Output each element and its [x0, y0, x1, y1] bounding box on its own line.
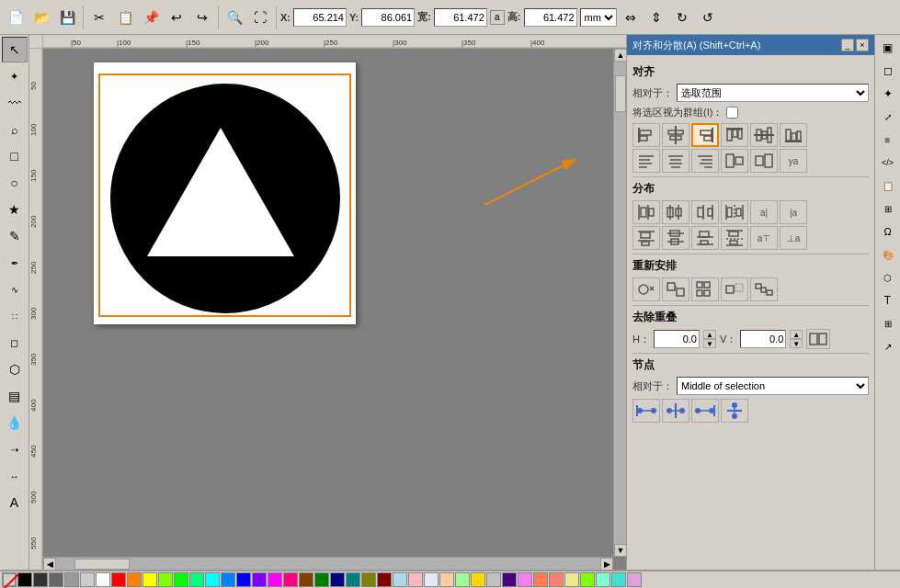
zoom-in-button[interactable]: 🔍 — [222, 6, 246, 29]
color-gold[interactable] — [471, 572, 485, 587]
canvas-inner[interactable] — [43, 49, 613, 557]
color-lavender[interactable] — [424, 572, 439, 587]
paste-button[interactable]: 📌 — [139, 6, 163, 29]
relative-to-select[interactable]: 选取范围 页面 绘图区域 最大对象 最小对象 — [677, 84, 869, 102]
scroll-left-button[interactable]: ◀ — [43, 558, 56, 570]
color-dark-green[interactable] — [314, 572, 329, 587]
align-top-edge-button[interactable] — [721, 123, 748, 147]
color-silver[interactable] — [486, 572, 501, 587]
color-teal[interactable] — [346, 572, 360, 587]
color-turquoise[interactable] — [611, 572, 626, 587]
exchange-z-button[interactable] — [721, 277, 748, 301]
color-red[interactable] — [111, 572, 126, 587]
color-picker-button[interactable]: 🎨 — [877, 243, 899, 266]
color-sky[interactable] — [221, 572, 235, 587]
align-center-v-button[interactable] — [750, 123, 778, 147]
color-light-pink[interactable] — [408, 572, 423, 587]
color-brown[interactable] — [299, 572, 313, 587]
flip-h-button[interactable]: ⇔ — [619, 6, 643, 29]
v-scrollbar[interactable]: ▲ ▼ — [613, 49, 626, 557]
gradient-tool-button[interactable]: ▤ — [2, 383, 28, 409]
align-right-edge-button[interactable] — [691, 123, 719, 147]
grid-snap-button[interactable]: ⊞ — [877, 312, 899, 334]
h-scroll-track[interactable] — [56, 558, 600, 570]
color-pink[interactable] — [283, 572, 298, 587]
color-maroon[interactable] — [377, 572, 392, 587]
align-text-right-button[interactable] — [691, 149, 719, 173]
scroll-thumb[interactable] — [615, 75, 626, 112]
color-purple[interactable] — [252, 572, 267, 587]
node-align-right-button[interactable] — [691, 399, 719, 423]
save-button[interactable]: 💾 — [55, 6, 79, 29]
color-white[interactable] — [96, 572, 110, 587]
undo-button[interactable]: ↩ — [165, 6, 188, 29]
v-overlap-up[interactable]: ▲ — [790, 330, 803, 339]
stroke-dialog-button[interactable]: ◻ — [877, 60, 899, 82]
dist-centers-v-button[interactable] — [662, 226, 689, 250]
remove-overlaps-button[interactable] — [632, 277, 660, 301]
tweak-tool-button[interactable]: 〰 — [2, 90, 28, 116]
flip-v-button[interactable]: ⇕ — [644, 6, 668, 29]
color-orange[interactable] — [127, 572, 142, 587]
color-mint[interactable] — [455, 572, 470, 587]
v-overlap-down[interactable]: ▼ — [790, 339, 803, 348]
rotate-ccw-button[interactable]: ↺ — [696, 6, 720, 29]
aspect-lock-button[interactable]: a — [490, 10, 505, 25]
h-scrollbar[interactable]: ◀ ▶ — [43, 557, 613, 570]
color-black[interactable] — [17, 572, 32, 587]
color-coral[interactable] — [533, 572, 548, 587]
w-input[interactable] — [434, 8, 487, 27]
node-align-vert-button[interactable] — [721, 399, 748, 423]
color-magenta[interactable] — [268, 572, 282, 587]
dist-gaps-v-button[interactable] — [721, 226, 748, 250]
align-dialog-button[interactable]: ≡ — [877, 129, 899, 151]
color-cyan-green[interactable] — [189, 572, 204, 587]
transform-dialog-button[interactable]: ⤢ — [877, 106, 899, 128]
color-khaki[interactable] — [564, 572, 579, 587]
color-lime[interactable] — [158, 572, 173, 587]
scroll-up-button[interactable]: ▲ — [614, 49, 626, 62]
align-last-col-2[interactable] — [750, 149, 778, 173]
align-text-left-button[interactable] — [632, 149, 660, 173]
color-indigo[interactable] — [502, 572, 517, 587]
star-tool-button[interactable]: ★ — [2, 197, 28, 222]
dist-bottom-edges-button[interactable] — [691, 226, 719, 250]
dist-top-a-button[interactable]: a⊤ — [750, 226, 778, 250]
redo-button[interactable]: ↪ — [190, 6, 214, 29]
h-overlap-up[interactable]: ▲ — [703, 330, 716, 339]
make-grid-button[interactable] — [691, 277, 719, 301]
color-lighter-gray[interactable] — [80, 572, 95, 587]
eraser-tool-button[interactable]: ◻ — [2, 330, 28, 356]
text-tool-right-button[interactable]: T — [877, 289, 899, 311]
dropper-tool-button[interactable]: 💧 — [2, 410, 28, 435]
color-aquamarine[interactable] — [596, 572, 610, 587]
align-last-col-1[interactable] — [721, 149, 748, 173]
symbols-button[interactable]: Ω — [877, 220, 899, 243]
align-text-center-button[interactable] — [662, 149, 689, 173]
new-button[interactable]: 📄 — [4, 6, 28, 29]
treat-as-group-checkbox[interactable] — [726, 107, 738, 119]
dist-top-edges-button[interactable] — [632, 226, 660, 250]
spray-tool-button[interactable]: ∷ — [2, 303, 28, 329]
color-light-blue[interactable] — [393, 572, 407, 587]
calligraphy-tool-button[interactable]: ∿ — [2, 277, 28, 302]
panel-min-button[interactable]: _ — [841, 39, 854, 51]
measure-tool-button[interactable]: ↔ — [2, 463, 28, 489]
color-olive[interactable] — [361, 572, 376, 587]
layers-button[interactable]: 📋 — [877, 175, 899, 197]
pencil-tool-button[interactable]: ✎ — [2, 223, 28, 249]
align-left-edge-button[interactable] — [632, 123, 660, 147]
dist-centers-h-button[interactable] — [662, 200, 689, 224]
filter-button[interactable]: ✦ — [877, 83, 899, 105]
dist-left-a-button[interactable]: a| — [750, 200, 778, 224]
fill-dialog-button[interactable]: ▣ — [877, 37, 899, 59]
circle-shape[interactable] — [110, 84, 340, 313]
x-input[interactable] — [293, 8, 347, 27]
xml-editor-button[interactable]: </> — [877, 152, 899, 174]
align-ya-button[interactable]: ya — [780, 149, 807, 173]
v-overlap-input[interactable] — [740, 330, 786, 348]
color-light-gray[interactable] — [64, 572, 79, 587]
dist-right-a-button[interactable]: |a — [780, 200, 807, 224]
color-blue[interactable] — [236, 572, 251, 587]
rotate-cw-button[interactable]: ↻ — [670, 6, 694, 29]
